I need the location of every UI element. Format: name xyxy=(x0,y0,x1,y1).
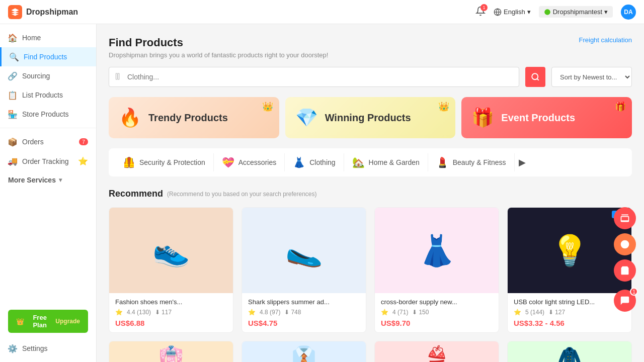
home-icon: 🏠 xyxy=(8,33,17,42)
sidebar-item-store-label: Store Products xyxy=(22,110,69,118)
product-name-3: cross-border supply new... xyxy=(381,298,493,306)
banner-winning[interactable]: 💎 Winning Products 👑 xyxy=(285,97,456,138)
downloads-2: ⬇ 748 xyxy=(284,309,301,316)
language-label: English xyxy=(504,8,525,16)
sidebar-item-settings[interactable]: ⚙️ Settings xyxy=(0,339,96,358)
sidebar-item-store-products[interactable]: 🏪 Store Products xyxy=(0,105,96,124)
sidebar-item-order-tracking[interactable]: 🚚 Order Tracking ⭐ xyxy=(0,151,96,171)
sort-select[interactable]: Sort by Newest to... xyxy=(551,67,632,87)
pill-clothing[interactable]: 👗 Clothing xyxy=(285,153,344,171)
free-plan-button[interactable]: 👑 Free Plan Upgrade xyxy=(8,310,88,333)
shop-chevron-icon: ▾ xyxy=(604,8,608,16)
pill-security[interactable]: 🦺 Security & Protection xyxy=(115,153,214,171)
page-header: Freight calculation Find Products Dropsh… xyxy=(109,36,632,59)
product-price-4: US$3.32 - 4.56 xyxy=(514,319,625,327)
event-gift-icon: 🎁 xyxy=(615,101,626,112)
sidebar-footer: 👑 Free Plan Upgrade xyxy=(0,304,96,339)
category-next-button[interactable]: ▶ xyxy=(515,155,530,170)
sidebar-item-sourcing-label: Sourcing xyxy=(22,72,50,80)
product-image-2: 🥿 xyxy=(242,208,366,293)
find-products-icon: 🔍 xyxy=(10,52,19,61)
svg-rect-3 xyxy=(116,73,117,79)
sidebar-item-list-products[interactable]: 📋 List Products xyxy=(0,85,96,105)
product-price-2: US$4.75 xyxy=(248,319,360,327)
clothing-label: Clothing xyxy=(309,158,335,166)
product-card-3[interactable]: 👗 cross-border supply new... ⭐ 4 (71) ⬇ … xyxy=(374,207,499,333)
beauty-icon: 💄 xyxy=(436,156,449,168)
product-name-1: Fashion shoes men's... xyxy=(115,298,227,306)
product-info-2: Shark slippers summer ad... ⭐ 4.8 (97) ⬇… xyxy=(242,293,366,332)
product-card-4[interactable]: 💡 USB USB color light string LED... ⭐ 5 … xyxy=(507,207,632,333)
sidebar-item-orders-label: Orders xyxy=(22,138,44,146)
header-right: 1 English ▾ Dropshipmantest ▾ DA xyxy=(475,5,636,20)
sidebar-item-tracking-label: Order Tracking xyxy=(22,157,69,165)
float-button-3[interactable] xyxy=(614,259,636,282)
tracking-icon: 🚚 xyxy=(8,157,17,166)
logo-text: Dropshipman xyxy=(26,8,78,17)
recommend-title: Recommend xyxy=(109,189,163,199)
pill-beauty[interactable]: 💄 Beauty & Fitness xyxy=(428,153,515,171)
float-button-2[interactable] xyxy=(614,233,636,255)
float-button-1[interactable] xyxy=(614,207,636,229)
star-icon-3: ⭐ xyxy=(381,309,388,316)
shop-selector[interactable]: Dropshipmantest ▾ xyxy=(539,6,613,18)
product-card-8[interactable]: 🧥 xyxy=(507,341,632,362)
freight-link[interactable]: Freight calculation xyxy=(579,36,632,44)
orders-badge: 7 xyxy=(79,138,88,145)
notification-badge: 1 xyxy=(480,4,488,11)
star-icon-2: ⭐ xyxy=(248,309,256,316)
star-icon-4: ⭐ xyxy=(514,309,521,316)
search-row: Sort by Newest to... xyxy=(109,67,632,87)
rating-1: 4.4 (130) xyxy=(127,309,151,316)
sidebar-item-sourcing[interactable]: 🔗 Sourcing xyxy=(0,66,96,85)
product-card-7[interactable]: 👙 xyxy=(374,341,499,362)
product-info-4: USB color light string LED... ⭐ 5 (144) … xyxy=(508,293,631,332)
pill-home-garden[interactable]: 🏡 Home & Garden xyxy=(344,153,428,171)
chat-button[interactable]: 1 xyxy=(614,290,636,312)
sidebar-item-find-label: Find Products xyxy=(24,53,67,61)
product-name-2: Shark slippers summer ad... xyxy=(248,298,360,306)
trendy-icon: 🔥 xyxy=(119,107,141,128)
sidebar-item-home-label: Home xyxy=(22,34,41,42)
banner-event[interactable]: 🎁 Event Products 🎁 xyxy=(461,97,632,138)
pill-accessories[interactable]: 💝 Accessories xyxy=(214,153,285,171)
star-icon-1: ⭐ xyxy=(115,309,123,316)
sidebar-item-find-products[interactable]: 🔍 Find Products xyxy=(0,47,96,66)
shop-label: Dropshipmantest xyxy=(553,8,602,16)
lang-chevron-icon: ▾ xyxy=(527,8,531,16)
home-garden-icon: 🏡 xyxy=(352,156,365,168)
product-card-6[interactable]: 👔 xyxy=(242,341,366,362)
rating-4: 5 (144) xyxy=(525,309,544,316)
language-selector[interactable]: English ▾ xyxy=(494,8,531,16)
search-input[interactable] xyxy=(127,73,513,81)
beauty-label: Beauty & Fitness xyxy=(453,158,506,166)
crown-icon: 👑 xyxy=(16,318,24,325)
winning-crown-icon: 👑 xyxy=(438,101,449,112)
accessories-label: Accessories xyxy=(238,158,276,166)
chat-button-wrapper: 1 xyxy=(614,290,636,312)
security-icon: 🦺 xyxy=(123,156,135,168)
sidebar-item-list-label: List Products xyxy=(22,91,63,99)
winning-title: Winning Products xyxy=(325,112,411,124)
product-card-2[interactable]: 🥿 Shark slippers summer ad... ⭐ 4.8 (97)… xyxy=(242,207,366,333)
sidebar-item-orders[interactable]: 📦 Orders 7 xyxy=(0,132,96,151)
home-garden-label: Home & Garden xyxy=(369,158,420,166)
orders-icon: 📦 xyxy=(8,137,17,146)
avatar[interactable]: DA xyxy=(621,5,636,20)
product-card-1[interactable]: 👟 Fashion shoes men's... ⭐ 4.4 (130) ⬇ 1… xyxy=(109,207,233,333)
product-card-5[interactable]: 👘 xyxy=(109,341,233,362)
product-name-4: USB color light string LED... xyxy=(514,298,625,306)
product-image-7: 👙 xyxy=(375,341,499,362)
more-services[interactable]: More Services ▾ xyxy=(0,171,96,189)
product-meta-4: ⭐ 5 (144) ⬇ 127 xyxy=(514,309,625,316)
product-info-1: Fashion shoes men's... ⭐ 4.4 (130) ⬇ 117… xyxy=(109,293,233,332)
sidebar-item-home[interactable]: 🏠 Home xyxy=(0,28,96,47)
banner-trendy[interactable]: 🔥 Trendy Products 👑 xyxy=(109,97,279,138)
product-grid: 👟 Fashion shoes men's... ⭐ 4.4 (130) ⬇ 1… xyxy=(109,207,632,333)
sidebar: 🏠 Home 🔍 Find Products 🔗 Sourcing 📋 List… xyxy=(0,24,97,362)
notification-button[interactable]: 1 xyxy=(475,6,486,18)
search-button[interactable] xyxy=(525,67,545,87)
trendy-title: Trendy Products xyxy=(148,112,228,124)
logo[interactable]: Dropshipman xyxy=(8,5,78,19)
product-info-3: cross-border supply new... ⭐ 4 (71) ⬇ 15… xyxy=(375,293,499,332)
